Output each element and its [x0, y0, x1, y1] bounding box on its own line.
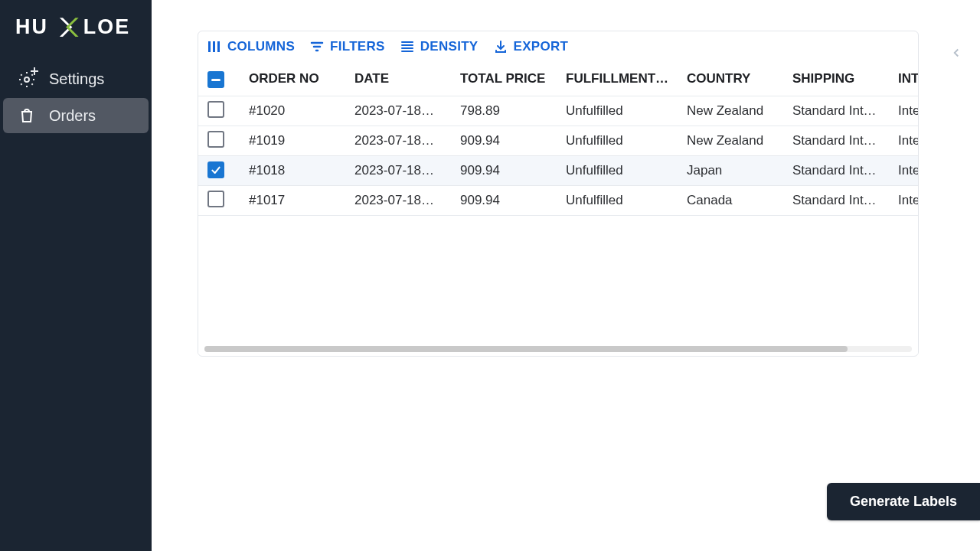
chevron-left-icon[interactable] [949, 46, 963, 63]
filter-icon [310, 40, 324, 54]
tool-label: DENSITY [420, 39, 479, 54]
select-all-checkbox[interactable] [207, 71, 224, 88]
row-checkbox[interactable] [207, 101, 224, 118]
cell: Standard Int… [792, 193, 898, 208]
cell: Canada [687, 193, 792, 208]
table-row[interactable]: #10172023-07-18…909.94UnfulfilledCanadaS… [198, 185, 918, 215]
cell: 2023-07-18… [354, 133, 460, 148]
cell: 798.89 [460, 103, 566, 119]
svg-rect-5 [208, 41, 211, 52]
bag-icon [17, 106, 37, 126]
download-icon [494, 40, 508, 54]
sidebar: HU LOE Settings [0, 0, 152, 551]
cell: Unfulfilled [566, 103, 687, 119]
cell: #1017 [249, 193, 354, 208]
logo: HU LOE [0, 8, 152, 61]
col-shipping[interactable]: SHIPPING [792, 71, 898, 86]
nav: Settings Orders [0, 61, 152, 133]
cell: 909.94 [460, 133, 566, 148]
col-total-price[interactable]: TOTAL PRICE [460, 71, 566, 86]
col-fulfillment[interactable]: FULFILLMENT… [566, 71, 687, 86]
svg-point-4 [24, 77, 29, 82]
generate-labels-button[interactable]: Generate Labels [827, 483, 980, 520]
orders-panel: COLUMNS FILTERS DENSITY [198, 31, 919, 357]
sidebar-item-label: Orders [49, 107, 96, 125]
sidebar-item-orders[interactable]: Orders [3, 98, 149, 133]
logo-svg: HU LOE [15, 14, 134, 41]
columns-button[interactable]: COLUMNS [207, 39, 295, 54]
cell: Unfulfilled [566, 133, 687, 148]
grid-empty-area [198, 215, 918, 344]
cell: Inte [898, 193, 919, 208]
filters-button[interactable]: FILTERS [310, 39, 385, 54]
main: COLUMNS FILTERS DENSITY [152, 0, 980, 551]
cell: Inte [898, 163, 919, 178]
cell: 909.94 [460, 193, 566, 208]
cell: Standard Int… [792, 103, 898, 119]
sidebar-item-settings[interactable]: Settings [3, 61, 149, 96]
cell: Standard Int… [792, 163, 898, 178]
table-row[interactable]: #10182023-07-18…909.94UnfulfilledJapanSt… [198, 155, 918, 185]
cell: Inte [898, 103, 919, 119]
app-root: HU LOE Settings [0, 0, 980, 551]
svg-text:LOE: LOE [83, 15, 130, 38]
tool-label: FILTERS [330, 39, 385, 54]
cell: Unfulfilled [566, 193, 687, 208]
horizontal-scrollbar[interactable] [198, 344, 918, 354]
tool-label: COLUMNS [227, 39, 295, 54]
cell: 2023-07-18… [354, 163, 460, 178]
export-button[interactable]: EXPORT [494, 39, 569, 54]
table-row[interactable]: #10192023-07-18…909.94UnfulfilledNew Zea… [198, 126, 918, 155]
orders-grid: ORDER NO DATE TOTAL PRICE FULFILLMENT… C… [198, 62, 918, 354]
gear-icon [17, 69, 37, 89]
svg-text:HU: HU [15, 15, 48, 38]
col-date[interactable]: DATE [354, 71, 460, 86]
cell: 2023-07-18… [354, 103, 460, 119]
tool-label: EXPORT [514, 39, 569, 54]
cell: New Zealand [687, 103, 792, 119]
table-row[interactable]: #10202023-07-18…798.89UnfulfilledNew Zea… [198, 96, 918, 126]
row-checkbox[interactable] [207, 131, 224, 148]
col-order-no[interactable]: ORDER NO [249, 71, 354, 86]
svg-rect-6 [213, 41, 215, 52]
cell: Unfulfilled [566, 163, 687, 178]
scrollbar-thumb[interactable] [204, 346, 848, 352]
grid-body: #10202023-07-18…798.89UnfulfilledNew Zea… [198, 96, 918, 215]
row-checkbox[interactable] [207, 191, 224, 207]
cell: #1018 [249, 163, 354, 178]
col-country[interactable]: COUNTRY [687, 71, 792, 86]
row-checkbox[interactable] [207, 161, 224, 178]
col-int[interactable]: INT [898, 71, 919, 86]
cell: 909.94 [460, 163, 566, 178]
cell: #1019 [249, 133, 354, 148]
columns-icon [207, 40, 221, 54]
svg-rect-7 [217, 41, 220, 52]
density-button[interactable]: DENSITY [400, 39, 479, 54]
cell: Standard Int… [792, 133, 898, 148]
cell: Japan [687, 163, 792, 178]
grid-toolbar: COLUMNS FILTERS DENSITY [198, 31, 918, 62]
cell: #1020 [249, 103, 354, 119]
cell: New Zealand [687, 133, 792, 148]
cell: 2023-07-18… [354, 193, 460, 208]
cell: Inte [898, 133, 919, 148]
grid-header: ORDER NO DATE TOTAL PRICE FULFILLMENT… C… [198, 62, 918, 96]
density-icon [400, 40, 414, 54]
sidebar-item-label: Settings [49, 70, 104, 88]
